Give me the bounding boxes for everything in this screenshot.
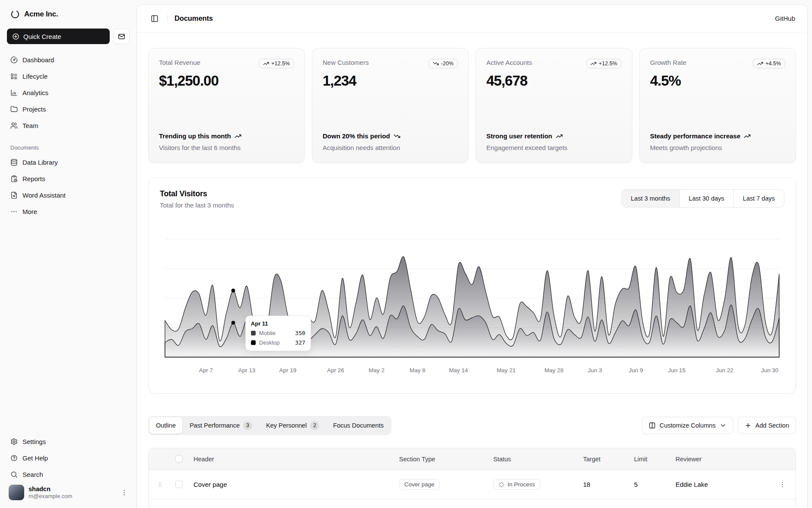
row-menu-button[interactable]: [773, 481, 791, 488]
sidebar-item-settings[interactable]: Settings: [7, 434, 130, 449]
stat-card-new-customers: New Customers -20% 1,234 Down 20% this p…: [312, 48, 469, 163]
target-value[interactable]: 18: [574, 481, 625, 488]
trending-up-icon: [263, 61, 269, 67]
stat-footer-title: Down 20% this period: [323, 131, 390, 141]
panel-left-icon: [151, 15, 159, 22]
acme-logo-icon: [10, 10, 20, 19]
sidebar-item-projects[interactable]: Projects: [7, 101, 130, 117]
ellipsis-vertical-icon: [779, 481, 786, 488]
stat-footer-desc: Meets growth projections: [650, 144, 785, 151]
grip-vertical-icon: [157, 481, 163, 488]
app-root: Acme Inc. Quick Create Dashboard Lifecyc…: [0, 0, 812, 508]
row-checkbox[interactable]: [175, 481, 183, 488]
documents-nav: Data Library Reports Word Assistant More: [7, 154, 130, 219]
gauge-icon: [10, 56, 18, 64]
svg-text:Apr 26: Apr 26: [327, 367, 344, 374]
range-toggle-group: Last 3 months Last 30 days Last 7 days: [622, 189, 784, 208]
column-header: Target: [574, 456, 625, 463]
tab-key-personnel[interactable]: Key Personnel 2: [260, 417, 326, 434]
user-email: m@example.com: [29, 493, 116, 500]
row-header-link[interactable]: Cover page: [193, 481, 227, 488]
sidebar-toggle-button[interactable]: [149, 13, 160, 24]
svg-text:May 14: May 14: [449, 367, 468, 374]
add-section-button[interactable]: Add Section: [738, 417, 796, 434]
sidebar-item-more[interactable]: More: [7, 204, 130, 219]
sidebar-item-team[interactable]: Team: [7, 118, 130, 133]
content: Total Revenue +12.5% $1,250.00 Trending …: [137, 32, 807, 508]
trending-up-icon: [556, 133, 563, 140]
trending-up-icon: [590, 61, 596, 67]
sidebar-item-get-help[interactable]: Get Help: [7, 450, 130, 466]
topbar-separator: [167, 15, 168, 22]
sidebar-item-reports[interactable]: Reports: [7, 171, 130, 186]
customize-columns-button[interactable]: Customize Columns: [642, 417, 733, 434]
svg-text:Jun 15: Jun 15: [668, 367, 685, 374]
plus-icon: [745, 422, 752, 429]
search-icon: [10, 471, 18, 478]
total-visitors-card: Total Visitors Total for the last 3 mont…: [148, 178, 796, 393]
quick-create-button[interactable]: Quick Create: [7, 29, 110, 44]
range-option-30-days[interactable]: Last 30 days: [679, 190, 733, 207]
ellipsis-vertical-icon: [121, 489, 128, 496]
tab-past-performance[interactable]: Past Performance 3: [183, 417, 259, 434]
columns-icon: [649, 422, 656, 429]
column-header: Section Type: [395, 456, 489, 463]
sections-table: Header Section Type Status Target Limit …: [148, 448, 796, 508]
table-row: Cover page Cover page In Process 18 5 Ed…: [149, 470, 796, 499]
gear-icon: [10, 438, 18, 445]
select-all-checkbox[interactable]: [175, 455, 183, 463]
limit-value[interactable]: 5: [625, 481, 671, 488]
user-menu[interactable]: shadcn m@example.com: [7, 482, 130, 500]
range-option-3-months[interactable]: Last 3 months: [622, 190, 679, 207]
stat-footer-desc: Acquisition needs attention: [323, 144, 458, 151]
trending-down-icon: [433, 61, 439, 67]
drag-handle[interactable]: [149, 481, 171, 488]
avatar: [9, 485, 24, 500]
documents-section-label: Documents: [7, 144, 130, 151]
stat-label: Total Revenue: [159, 59, 200, 66]
reviewer-value[interactable]: Eddie Lake: [671, 481, 769, 488]
sidebar-item-lifecycle[interactable]: Lifecycle: [7, 68, 130, 84]
range-option-7-days[interactable]: Last 7 days: [733, 190, 784, 207]
sidebar-item-analytics[interactable]: Analytics: [7, 85, 130, 100]
svg-text:Apr 19: Apr 19: [279, 367, 297, 374]
trending-up-icon: [235, 133, 241, 140]
column-header: Header: [189, 456, 395, 463]
sidebar-item-dashboard[interactable]: Dashboard: [7, 52, 130, 67]
file-word-icon: [10, 192, 18, 199]
tab-count-badge: 3: [243, 421, 252, 430]
tab-focus-documents[interactable]: Focus Documents: [327, 417, 390, 434]
stat-value: $1,250.00: [159, 73, 294, 89]
inbox-button[interactable]: [113, 29, 130, 44]
chevron-down-icon: [720, 422, 726, 429]
sidebar-spacer: [7, 219, 130, 434]
folder-icon: [10, 105, 18, 113]
mail-icon: [118, 33, 125, 40]
table-header-row: Header Section Type Status Target Limit …: [149, 448, 796, 470]
stats-grid: Total Revenue +12.5% $1,250.00 Trending …: [148, 48, 796, 163]
circle-plus-icon: [12, 33, 19, 40]
stat-value: 1,234: [323, 73, 458, 89]
sidebar-item-search[interactable]: Search: [7, 466, 130, 482]
tab-outline[interactable]: Outline: [149, 417, 182, 434]
stat-label: Growth Rate: [650, 59, 686, 66]
trend-badge: +4.5%: [753, 59, 785, 68]
database-icon: [10, 159, 18, 166]
trending-up-icon: [744, 133, 751, 140]
visitors-area-chart[interactable]: Apr 7Apr 13Apr 19Apr 26May 2May 8May 14M…: [160, 213, 784, 382]
svg-text:Apr 13: Apr 13: [238, 367, 256, 374]
stat-footer-desc: Visitors for the last 6 months: [159, 144, 294, 151]
table-toolbar: Outline Past Performance 3 Key Personnel…: [148, 416, 796, 435]
sidebar-item-word-assistant[interactable]: Word Assistant: [7, 187, 130, 203]
main-nav: Dashboard Lifecycle Analytics Projects T…: [7, 52, 130, 133]
trending-up-icon: [757, 61, 763, 67]
table-tabs: Outline Past Performance 3 Key Personnel…: [148, 416, 391, 435]
github-link[interactable]: GitHub: [775, 15, 795, 22]
svg-text:May 21: May 21: [497, 367, 516, 374]
svg-text:May 28: May 28: [545, 367, 564, 374]
user-menu-trigger[interactable]: [121, 489, 128, 496]
column-header: Reviewer: [671, 456, 769, 463]
stat-footer-title: Steady performance increase: [650, 131, 740, 141]
org-switcher[interactable]: Acme Inc.: [7, 6, 130, 22]
sidebar-item-data-library[interactable]: Data Library: [7, 154, 130, 170]
